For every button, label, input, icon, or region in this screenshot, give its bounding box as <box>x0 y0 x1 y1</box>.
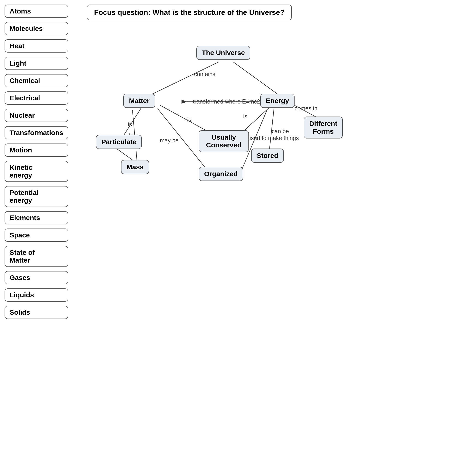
sidebar-item-solids[interactable]: Solids <box>5 306 68 319</box>
svg-line-7 <box>160 105 208 131</box>
node-particulate[interactable]: Particulate <box>96 135 142 149</box>
svg-line-2 <box>151 62 219 95</box>
concept-map-svg <box>0 0 461 476</box>
svg-line-9 <box>242 107 269 133</box>
focus-question: Focus question: What is the structure of… <box>87 5 292 20</box>
node-mass[interactable]: Mass <box>121 160 149 174</box>
label-can-be: can be <box>272 128 289 135</box>
sidebar-item-elements[interactable]: Elements <box>5 211 68 224</box>
node-stored[interactable]: Stored <box>251 149 284 163</box>
sidebar: Atoms Molecules Heat Light Chemical Elec… <box>5 5 68 319</box>
node-energy[interactable]: Energy <box>260 94 295 108</box>
sidebar-item-electrical[interactable]: Electrical <box>5 91 68 105</box>
sidebar-item-nuclear[interactable]: Nuclear <box>5 109 68 122</box>
node-organized[interactable]: Organized <box>199 167 243 181</box>
label-is-matter: is <box>128 121 132 128</box>
label-may-be: may be <box>160 137 179 144</box>
sidebar-item-potential-energy[interactable]: Potential energy <box>5 186 68 207</box>
sidebar-item-motion[interactable]: Motion <box>5 144 68 157</box>
node-universe[interactable]: The Universe <box>196 46 250 60</box>
label-is-conserved: is <box>187 117 191 123</box>
sidebar-item-chemical[interactable]: Chemical <box>5 74 68 87</box>
sidebar-item-atoms[interactable]: Atoms <box>5 5 68 18</box>
node-different-forms[interactable]: Different Forms <box>304 117 343 138</box>
sidebar-item-gases[interactable]: Gases <box>5 271 68 284</box>
svg-line-13 <box>116 149 132 160</box>
label-transformed: transformed where E=mc2 <box>193 98 260 105</box>
sidebar-item-liquids[interactable]: Liquids <box>5 288 68 302</box>
sidebar-item-state-of-matter[interactable]: State of Matter <box>5 246 68 267</box>
label-contains: contains <box>194 71 215 77</box>
sidebar-item-molecules[interactable]: Molecules <box>5 22 68 35</box>
node-matter[interactable]: Matter <box>123 94 155 108</box>
svg-line-5 <box>123 107 141 136</box>
label-comes-in: comes in <box>295 105 317 112</box>
svg-line-3 <box>233 62 279 95</box>
sidebar-item-kinetic-energy[interactable]: Kinetic energy <box>5 161 68 182</box>
sidebar-item-light[interactable]: Light <box>5 57 68 70</box>
sidebar-item-space[interactable]: Space <box>5 229 68 242</box>
sidebar-item-transformations[interactable]: Transformations <box>5 126 68 139</box>
node-usually-conserved[interactable]: Usually Conserved <box>199 130 249 152</box>
label-is-energy: is <box>243 113 247 120</box>
label-used-to-make: used to make things <box>248 135 299 141</box>
sidebar-item-heat[interactable]: Heat <box>5 39 68 52</box>
